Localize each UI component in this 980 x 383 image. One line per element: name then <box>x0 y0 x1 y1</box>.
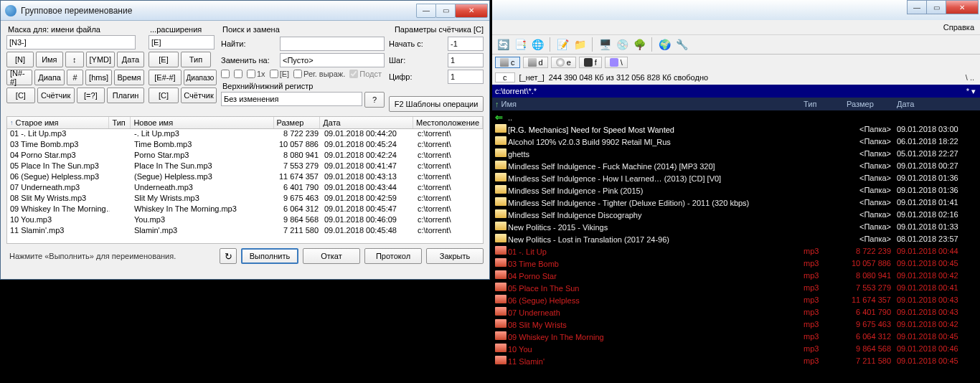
table-row[interactable]: 07 Underneath.mp3Underneath.mp36 401 790… <box>7 183 483 194</box>
table-row[interactable]: 01 -. Lit Up.mp3-. Lit Up.mp38 722 23909… <box>7 129 483 140</box>
maximize-button[interactable]: ▭ <box>435 4 456 18</box>
table-row[interactable]: 05 Place In The Sun.mp3Place In The Sun.… <box>7 161 483 172</box>
btn-range2-icon[interactable]: # <box>67 70 83 85</box>
drive-root-link[interactable]: \ .. <box>966 73 980 82</box>
drive-f[interactable]: f <box>579 57 602 68</box>
fm-maximize-button[interactable]: ▭ <box>926 0 946 14</box>
btn-n[interactable]: [N] <box>6 52 34 67</box>
btn-ecounter[interactable]: Счётчик <box>181 88 217 103</box>
drive-e[interactable]: e <box>551 57 576 68</box>
tb-settings-icon[interactable]: 🔧 <box>674 37 689 52</box>
list-item[interactable]: New Politics - Lost in Translation (2017… <box>492 232 980 245</box>
check-e[interactable]: [E] <box>270 70 289 78</box>
bookmark-icon[interactable]: * ▾ <box>966 87 976 96</box>
list-item[interactable]: 06 (Segue) Helplessmp311 674 35709.01.20… <box>492 293 980 306</box>
tb-ftp-icon[interactable]: 🌐 <box>529 37 545 52</box>
close-dialog-button[interactable]: Закрыть <box>426 248 484 264</box>
table-row[interactable]: 03 Time Bomb.mp3Time Bomb.mp310 057 8860… <box>7 140 483 151</box>
list-item[interactable]: [R.G. Mechanics] Need for Speed Most Wan… <box>492 123 980 135</box>
btn-type[interactable]: Тип <box>181 52 211 67</box>
reload-button[interactable]: ↻ <box>220 248 237 264</box>
check-regex[interactable]: Рег. выраж. <box>293 70 345 78</box>
replace-input[interactable] <box>280 53 385 67</box>
tb-eject-icon[interactable]: 💿 <box>614 37 630 52</box>
titlebar[interactable]: Групповое переименование — ▭ ✕ <box>1 1 489 21</box>
btn-e[interactable]: [E] <box>149 52 179 67</box>
table-row[interactable]: 04 Porno Star.mp3Porno Star.mp38 080 941… <box>7 151 483 161</box>
digits-input[interactable] <box>448 70 484 84</box>
menu-help[interactable]: Справка <box>943 23 974 32</box>
btn-name[interactable]: Имя <box>36 52 63 67</box>
table-row[interactable]: 10 You.mp3You.mp39 864 56809.01.2018 00:… <box>7 215 483 226</box>
log-button[interactable]: Протокол <box>364 248 422 264</box>
btn-ec[interactable]: [C] <box>149 88 179 103</box>
list-item[interactable]: New Politics - 2015 - Vikings<Папка>09.0… <box>492 220 980 232</box>
templates-button[interactable]: F2 Шаблоны операции <box>389 96 484 112</box>
table-row[interactable]: 11 Slamin'.mp3Slamin'.mp37 211 58009.01.… <box>7 226 483 237</box>
btn-counter[interactable]: Счётчик <box>37 88 75 103</box>
fm-minimize-button[interactable]: — <box>907 0 927 14</box>
list-item[interactable]: Mindless Self Indulgence - How I Learned… <box>492 171 980 184</box>
drive-d[interactable]: d <box>523 57 548 68</box>
btn-time[interactable]: Время <box>114 70 144 85</box>
list-item[interactable]: 10 Yoump39 864 56809.01.2018 00:46 <box>492 342 980 354</box>
minimize-button[interactable]: — <box>416 4 436 18</box>
tb-refresh-icon[interactable]: 🔄 <box>495 37 511 52</box>
btn-c[interactable]: [C] <box>6 88 35 103</box>
mask-input[interactable] <box>6 35 136 49</box>
btn-date[interactable]: Дата <box>117 52 144 67</box>
ext-input[interactable] <box>149 35 215 49</box>
btn-eq[interactable]: [=?] <box>77 88 105 103</box>
step-input[interactable] <box>448 53 484 67</box>
btn-hms[interactable]: [hms] <box>85 70 112 85</box>
list-item[interactable]: 05 Place In The Sunmp37 553 27909.01.201… <box>492 281 980 293</box>
execute-button[interactable]: Выполнить <box>241 248 298 264</box>
btn-ymd[interactable]: [YMD] <box>86 52 116 67</box>
close-button[interactable]: ✕ <box>455 4 488 18</box>
table-row[interactable]: 06 (Segue) Helpless.mp3(Segue) Helpless.… <box>7 172 483 183</box>
btn-nrange[interactable]: [N#-#] <box>6 70 32 85</box>
check-box1[interactable] <box>221 70 230 78</box>
path-bar[interactable]: c:\torrent\*.* * ▾ <box>492 85 980 98</box>
list-item[interactable]: Mindless Self Indulgence - Tighter (Delu… <box>492 196 980 208</box>
btn-plugin[interactable]: Плагин <box>107 88 144 103</box>
drive-letter[interactable]: c <box>495 72 515 82</box>
drive-net[interactable]: \ <box>605 57 628 68</box>
menubar[interactable]: Справка <box>492 20 980 34</box>
btn-diapaz[interactable]: Диапазо <box>184 70 217 85</box>
btn-range-icon[interactable]: ↕ <box>65 52 84 67</box>
list-item[interactable]: Mindless Self Indulgence - Pink (2015)<П… <box>492 184 980 196</box>
case-select[interactable] <box>221 92 362 106</box>
tb-notes-icon[interactable]: 📝 <box>555 37 570 52</box>
btn-erange[interactable]: [E#-#] <box>149 70 182 85</box>
drive-c[interactable]: c <box>495 57 520 68</box>
list-header[interactable]: ↑Имя Тип Размер Дата <box>492 98 980 110</box>
list-item[interactable]: Alcohol 120% v2.0.3 Build 9902 Retail Ml… <box>492 135 980 147</box>
start-input[interactable] <box>448 37 484 51</box>
tb-globe-icon[interactable]: 🌍 <box>656 37 672 52</box>
find-input[interactable] <box>280 37 385 51</box>
tb-folder-icon[interactable]: 📁 <box>572 37 588 52</box>
undo-button[interactable]: Откат <box>303 248 360 264</box>
tb-tree-icon[interactable]: 🌳 <box>631 37 647 52</box>
tb-screen-icon[interactable]: 🖥️ <box>597 37 613 52</box>
list-item[interactable]: 01 -. Lit Upmp38 722 23909.01.2018 00:44 <box>492 245 980 257</box>
btn-diapa[interactable]: Диапа <box>34 70 65 85</box>
fm-close-button[interactable]: ✕ <box>946 0 979 14</box>
table-row[interactable]: 09 Whiskey In The Morning…Whiskey In The… <box>7 204 483 215</box>
list-item[interactable]: 08 Slit My Wristsmp39 675 46309.01.2018 … <box>492 318 980 330</box>
check-1x[interactable]: 1x <box>247 70 265 78</box>
list-item[interactable]: 09 Whiskey In The Morningmp36 064 31209.… <box>492 330 980 342</box>
preview-header[interactable]: ↑Старое имя Тип Новое имя Размер Дата Ме… <box>7 117 483 129</box>
table-row[interactable]: 08 Slit My Wrists.mp3Slit My Wrists.mp39… <box>7 194 483 204</box>
check-box2[interactable] <box>234 70 242 78</box>
list-item[interactable]: 07 Underneathmp36 401 79009.01.2018 00:4… <box>492 306 980 318</box>
check-subst[interactable]: Подст <box>349 70 382 78</box>
list-item[interactable]: Mindless Self Indulgence - Fuck Machine … <box>492 159 980 171</box>
list-item-updir[interactable]: ⇐.. <box>492 110 980 123</box>
list-item[interactable]: 11 Slamin'mp37 211 58009.01.2018 00:45 <box>492 354 980 367</box>
tb-index-icon[interactable]: 📑 <box>512 37 528 52</box>
list-item[interactable]: 04 Porno Starmp38 080 94109.01.2018 00:4… <box>492 269 980 281</box>
list-item[interactable]: Mindless Self Indulgence Discography<Пап… <box>492 208 980 220</box>
file-list[interactable]: ⇐..[R.G. Mechanics] Need for Speed Most … <box>492 110 980 367</box>
